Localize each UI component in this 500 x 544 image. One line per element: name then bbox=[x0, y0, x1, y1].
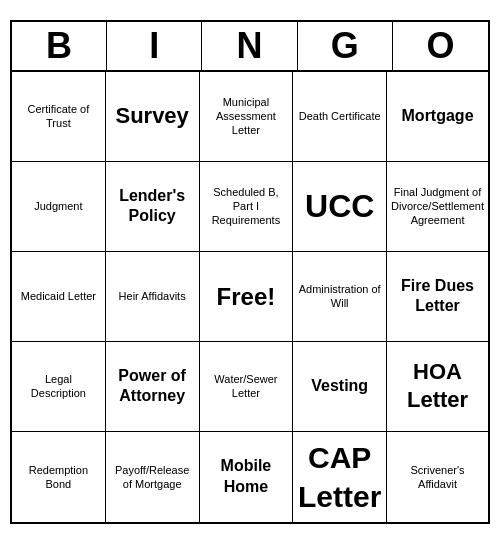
bingo-cell-1: Survey bbox=[106, 72, 200, 162]
bingo-cell-11: Heir Affidavits bbox=[106, 252, 200, 342]
bingo-cell-18: Vesting bbox=[293, 342, 387, 432]
bingo-cell-14: Fire Dues Letter bbox=[387, 252, 488, 342]
bingo-cell-21: Payoff/Release of Mortgage bbox=[106, 432, 200, 522]
bingo-cell-8: UCC bbox=[293, 162, 387, 252]
bingo-letter-b: B bbox=[12, 22, 107, 70]
bingo-cell-19: HOA Letter bbox=[387, 342, 488, 432]
bingo-cell-23: CAP Letter bbox=[293, 432, 387, 522]
bingo-cell-5: Judgment bbox=[12, 162, 106, 252]
bingo-cell-15: Legal Description bbox=[12, 342, 106, 432]
bingo-grid: Certificate of TrustSurveyMunicipal Asse… bbox=[12, 72, 488, 522]
bingo-cell-12: Free! bbox=[200, 252, 294, 342]
bingo-cell-17: Water/Sewer Letter bbox=[200, 342, 294, 432]
bingo-cell-0: Certificate of Trust bbox=[12, 72, 106, 162]
bingo-letter-n: N bbox=[202, 22, 297, 70]
bingo-cell-20: Redemption Bond bbox=[12, 432, 106, 522]
bingo-cell-16: Power of Attorney bbox=[106, 342, 200, 432]
bingo-header: BINGO bbox=[12, 22, 488, 72]
bingo-cell-9: Final Judgment of Divorce/Settlement Agr… bbox=[387, 162, 488, 252]
bingo-cell-24: Scrivener's Affidavit bbox=[387, 432, 488, 522]
bingo-card: BINGO Certificate of TrustSurveyMunicipa… bbox=[10, 20, 490, 524]
bingo-cell-10: Medicaid Letter bbox=[12, 252, 106, 342]
bingo-cell-3: Death Certificate bbox=[293, 72, 387, 162]
bingo-letter-i: I bbox=[107, 22, 202, 70]
bingo-cell-13: Administration of Will bbox=[293, 252, 387, 342]
bingo-letter-g: G bbox=[298, 22, 393, 70]
bingo-cell-7: Scheduled B, Part I Requirements bbox=[200, 162, 294, 252]
bingo-cell-22: Mobile Home bbox=[200, 432, 294, 522]
bingo-cell-4: Mortgage bbox=[387, 72, 488, 162]
bingo-cell-6: Lender's Policy bbox=[106, 162, 200, 252]
bingo-letter-o: O bbox=[393, 22, 488, 70]
bingo-cell-2: Municipal Assessment Letter bbox=[200, 72, 294, 162]
